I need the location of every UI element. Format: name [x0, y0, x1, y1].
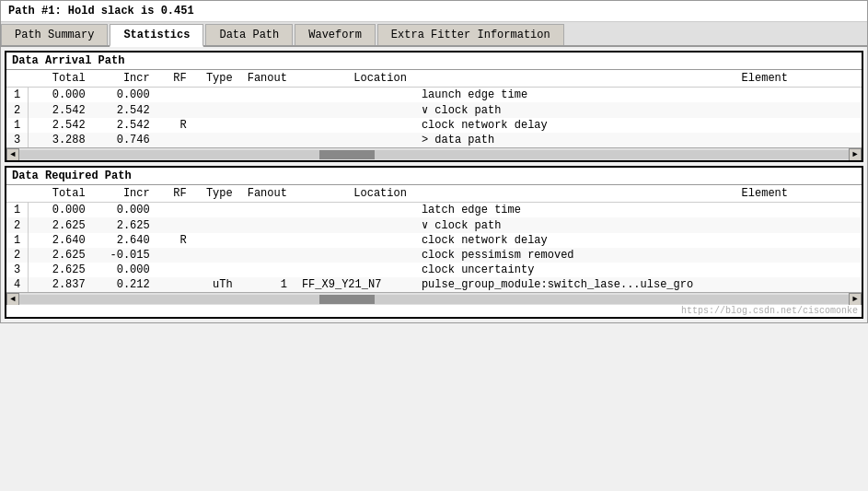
required-table: Total Incr RF Type Fanout Location Eleme…	[6, 185, 862, 292]
type-val	[194, 217, 240, 233]
element-val: launch edge time	[414, 88, 862, 103]
tab-bar: Path Summary Statistics Data Path Wavefo…	[1, 22, 867, 47]
location-val	[295, 263, 414, 277]
total-val: 2.542	[29, 118, 93, 133]
location-val	[295, 248, 414, 263]
location-val: FF_X9_Y21_N7	[295, 277, 414, 292]
location-val	[295, 233, 414, 248]
required-scroll-right[interactable]: ►	[849, 293, 862, 305]
location-val	[295, 102, 414, 118]
incr-val: -0.015	[93, 248, 157, 263]
col-header-incr: Incr	[93, 70, 157, 88]
table-row: 3 2.625 0.000 clock uncertainty	[6, 263, 862, 277]
required-scroll-left[interactable]: ◄	[6, 293, 19, 305]
element-val: ∨ clock path	[414, 217, 862, 233]
col-header-row-num	[6, 70, 29, 88]
req-col-header-total: Total	[29, 185, 93, 203]
arrival-header: Data Arrival Path	[6, 53, 862, 70]
watermark: https://blog.csdn.net/ciscomonke	[6, 305, 862, 317]
element-val: pulse_group_module:switch_lase...ulse_gr…	[414, 277, 862, 292]
table-row: 2 2.625 2.625 ∨ clock path	[6, 217, 862, 233]
row-num: 1	[6, 203, 29, 218]
main-window: Path #1: Hold slack is 0.451 Path Summar…	[0, 0, 868, 323]
arrival-scrollbar[interactable]: ◄ ►	[6, 147, 862, 160]
fanout-val	[240, 118, 295, 133]
element-val: ∨ clock path	[414, 102, 862, 118]
fanout-val	[240, 248, 295, 263]
fanout-val: 1	[240, 277, 295, 292]
table-row: 2 2.542 2.542 ∨ clock path	[6, 102, 862, 118]
row-num: 2	[6, 217, 29, 233]
location-val	[295, 118, 414, 133]
tab-statistics[interactable]: Statistics	[110, 24, 203, 47]
arrival-scroll-thumb[interactable]	[319, 150, 375, 159]
rf-val	[157, 263, 194, 277]
location-val	[295, 133, 414, 147]
required-scroll-thumb[interactable]	[319, 295, 375, 304]
table-row: 1 2.542 2.542 R clock network delay	[6, 118, 862, 133]
arrival-table: Total Incr RF Type Fanout Location Eleme…	[6, 70, 862, 147]
incr-val: 0.000	[93, 203, 157, 218]
required-scroll-track	[19, 295, 849, 304]
fanout-val	[240, 263, 295, 277]
rf-val	[157, 217, 194, 233]
location-val	[295, 203, 414, 218]
req-col-header-row-num	[6, 185, 29, 203]
rf-val	[157, 277, 194, 292]
tab-data-path[interactable]: Data Path	[205, 24, 293, 45]
incr-val: 0.746	[93, 133, 157, 147]
col-header-element: Element	[414, 70, 862, 88]
rf-val	[157, 133, 194, 147]
incr-val: 0.000	[93, 263, 157, 277]
fanout-val	[240, 233, 295, 248]
window-title: Path #1: Hold slack is 0.451	[8, 5, 194, 18]
incr-val: 2.625	[93, 217, 157, 233]
location-val	[295, 217, 414, 233]
fanout-val	[240, 133, 295, 147]
total-val: 2.837	[29, 277, 93, 292]
type-val	[194, 263, 240, 277]
incr-val: 2.542	[93, 102, 157, 118]
rf-val: R	[157, 118, 194, 133]
fanout-val	[240, 102, 295, 118]
tab-waveform[interactable]: Waveform	[295, 24, 376, 45]
total-val: 2.542	[29, 102, 93, 118]
required-rows: 1 0.000 0.000 latch edge time 2 2.625 2.…	[6, 203, 862, 293]
incr-val: 2.542	[93, 118, 157, 133]
title-bar: Path #1: Hold slack is 0.451	[1, 1, 867, 22]
arrival-header-row: Total Incr RF Type Fanout Location Eleme…	[6, 70, 862, 88]
row-num: 1	[6, 118, 29, 133]
total-val: 2.625	[29, 248, 93, 263]
row-num: 3	[6, 263, 29, 277]
req-col-header-fanout: Fanout	[240, 185, 295, 203]
element-val: clock network delay	[414, 118, 862, 133]
element-val: clock uncertainty	[414, 263, 862, 277]
fanout-val	[240, 217, 295, 233]
fanout-val	[240, 88, 295, 103]
arrival-scroll-right[interactable]: ►	[849, 148, 862, 160]
row-num: 1	[6, 233, 29, 248]
req-col-header-rf: RF	[157, 185, 194, 203]
table-row: 1 0.000 0.000 launch edge time	[6, 88, 862, 103]
col-header-rf: RF	[157, 70, 194, 88]
required-header-row: Total Incr RF Type Fanout Location Eleme…	[6, 185, 862, 203]
col-header-fanout: Fanout	[240, 70, 295, 88]
col-header-total: Total	[29, 70, 93, 88]
location-val	[295, 88, 414, 103]
total-val: 2.640	[29, 233, 93, 248]
tab-extra-fitter[interactable]: Extra Fitter Information	[377, 24, 564, 45]
table-row: 3 3.288 0.746 > data path	[6, 133, 862, 147]
type-val: uTh	[194, 277, 240, 292]
tab-path-summary[interactable]: Path Summary	[1, 24, 108, 45]
arrival-section: Data Arrival Path Total Incr RF Type Fan…	[5, 51, 863, 162]
type-val	[194, 118, 240, 133]
arrival-scroll-left[interactable]: ◄	[6, 148, 19, 160]
required-scrollbar[interactable]: ◄ ►	[6, 292, 862, 305]
element-val: > data path	[414, 133, 862, 147]
required-header: Data Required Path	[6, 168, 862, 185]
required-section: Data Required Path Total Incr RF Type Fa…	[5, 166, 863, 319]
col-header-type: Type	[194, 70, 240, 88]
arrival-rows: 1 0.000 0.000 launch edge time 2 2.542 2…	[6, 88, 862, 148]
total-val: 0.000	[29, 203, 93, 218]
row-num: 2	[6, 248, 29, 263]
